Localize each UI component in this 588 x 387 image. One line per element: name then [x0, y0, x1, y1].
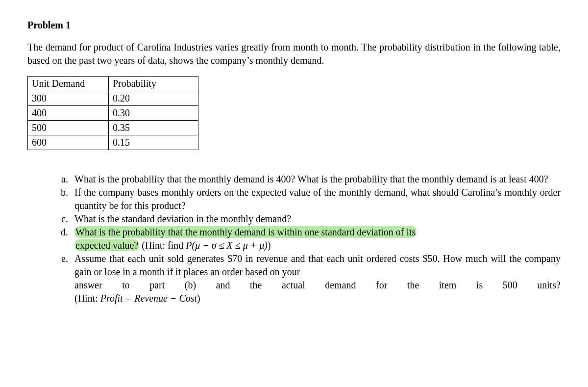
table-row: 300 0.20: [28, 91, 198, 106]
question-e-justified-line: answer to part (b) and the actual demand…: [74, 279, 561, 292]
table-header-row: Unit Demand Probability: [28, 77, 198, 91]
question-d: What is the probability that the monthly…: [71, 226, 561, 252]
cell-demand: 400: [28, 106, 109, 121]
hint-math: Profit = Revenue − Cost: [100, 293, 197, 304]
header-probability: Probability: [109, 77, 198, 91]
cell-demand: 600: [28, 135, 109, 150]
question-b: If the company bases monthly orders on t…: [71, 186, 561, 212]
header-demand: Unit Demand: [28, 77, 109, 91]
word: actual: [282, 279, 305, 292]
word: demand: [325, 279, 356, 292]
hint-close: ): [197, 293, 200, 304]
problem-intro: The demand for product of Carolina Indus…: [27, 41, 561, 67]
word: the: [250, 279, 262, 292]
cell-prob: 0.30: [109, 106, 198, 121]
problem-title: Problem 1: [27, 19, 561, 32]
table-row: 500 0.35: [28, 121, 198, 135]
word: is: [476, 279, 483, 292]
highlight-text: What is the probability that the monthly…: [74, 226, 416, 238]
table-row: 400 0.30: [28, 106, 198, 121]
table-row: 600 0.15: [28, 135, 198, 150]
word: (b): [185, 279, 196, 292]
hint-close: ): [268, 240, 271, 251]
cell-prob: 0.20: [109, 91, 198, 106]
hint-open: (Hint:: [74, 293, 100, 304]
cell-demand: 300: [28, 91, 109, 106]
demand-table: Unit Demand Probability 300 0.20 400 0.3…: [27, 76, 198, 150]
word: for: [376, 279, 387, 292]
word: item: [439, 279, 457, 292]
word: part: [149, 279, 165, 292]
hint-label: (Hint: find: [139, 240, 186, 251]
cell-prob: 0.15: [109, 135, 198, 150]
question-e-text: Assume that each unit sold generates $70…: [74, 253, 561, 277]
question-a: What is the probability that the monthly…: [71, 173, 561, 186]
cell-demand: 500: [28, 121, 109, 135]
cell-prob: 0.35: [109, 121, 198, 135]
word: 500: [503, 279, 517, 292]
question-e: Assume that each unit sold generates $70…: [71, 252, 561, 305]
word: answer: [74, 279, 102, 292]
word: to: [122, 279, 130, 292]
question-c: What is the standard deviation in the mo…: [71, 212, 561, 226]
word: the: [407, 279, 419, 292]
question-list: What is the probability that the monthly…: [27, 173, 561, 305]
highlight-text: expected value?: [74, 239, 139, 251]
hint-math: P(μ − σ ≤ X ≤ μ + μ): [186, 240, 268, 251]
word: and: [216, 279, 230, 292]
word: units?: [537, 279, 561, 292]
